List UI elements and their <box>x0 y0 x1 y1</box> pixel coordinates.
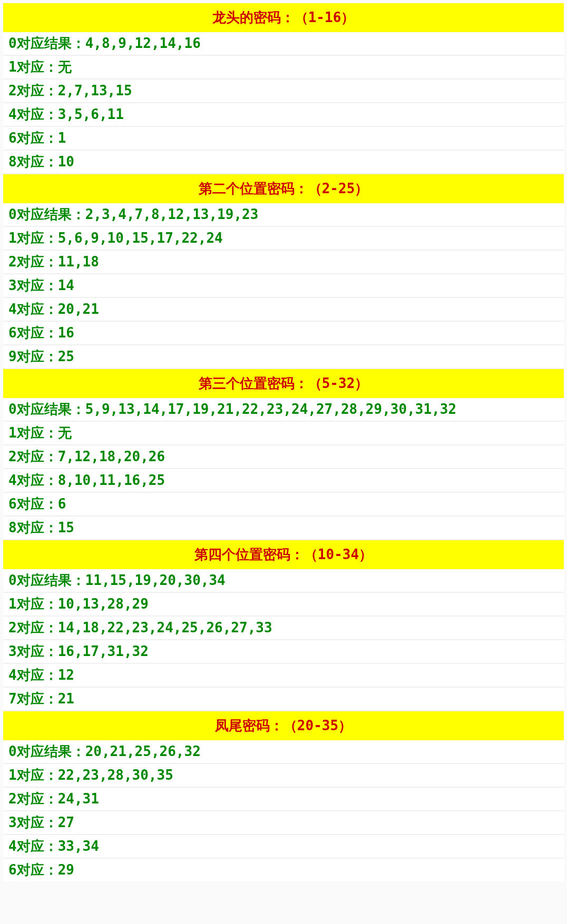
code-table-container: 龙头的密码：（1-16）0对应结果：4,8,9,12,14,161对应：无2对应… <box>0 0 567 885</box>
data-row: 2对应：24,31 <box>3 788 564 811</box>
data-row: 2对应：2,7,13,15 <box>3 80 564 103</box>
data-row: 6对应：29 <box>3 859 564 881</box>
data-row: 1对应：无 <box>3 56 564 80</box>
data-row: 1对应：无 <box>3 422 564 445</box>
data-row: 0对应结果：4,8,9,12,14,16 <box>3 32 564 56</box>
data-row: 0对应结果：11,15,19,20,30,34 <box>3 569 564 593</box>
data-row: 1对应：10,13,28,29 <box>3 593 564 617</box>
data-row: 4对应：12 <box>3 664 564 688</box>
section-header: 第四个位置密码：（10-34） <box>3 540 564 569</box>
sections-list: 龙头的密码：（1-16）0对应结果：4,8,9,12,14,161对应：无2对应… <box>3 3 564 881</box>
section-header: 凤尾密码：（20-35） <box>3 711 564 740</box>
data-row: 3对应：16,17,31,32 <box>3 640 564 664</box>
data-row: 4对应：33,34 <box>3 835 564 859</box>
data-row: 1对应：5,6,9,10,15,17,22,24 <box>3 227 564 251</box>
data-row: 2对应：14,18,22,23,24,25,26,27,33 <box>3 617 564 640</box>
data-row: 9对应：25 <box>3 345 564 369</box>
data-row: 6对应：6 <box>3 493 564 516</box>
data-row: 7对应：21 <box>3 688 564 711</box>
data-row: 4对应：8,10,11,16,25 <box>3 469 564 493</box>
data-row: 3对应：14 <box>3 274 564 298</box>
section-header: 第二个位置密码：（2-25） <box>3 174 564 203</box>
data-row: 0对应结果：2,3,4,7,8,12,13,19,23 <box>3 203 564 227</box>
data-row: 8对应：15 <box>3 516 564 540</box>
data-row: 0对应结果：5,9,13,14,17,19,21,22,23,24,27,28,… <box>3 398 564 422</box>
section-header: 第三个位置密码：（5-32） <box>3 369 564 398</box>
data-row: 3对应：27 <box>3 811 564 835</box>
data-row: 2对应：11,18 <box>3 251 564 274</box>
data-row: 2对应：7,12,18,20,26 <box>3 445 564 469</box>
data-row: 1对应：22,23,28,30,35 <box>3 764 564 788</box>
data-row: 0对应结果：20,21,25,26,32 <box>3 740 564 764</box>
data-row: 6对应：16 <box>3 322 564 345</box>
data-row: 4对应：20,21 <box>3 298 564 322</box>
section-header: 龙头的密码：（1-16） <box>3 3 564 32</box>
data-row: 8对应：10 <box>3 151 564 174</box>
data-row: 4对应：3,5,6,11 <box>3 103 564 127</box>
data-row: 6对应：1 <box>3 127 564 151</box>
